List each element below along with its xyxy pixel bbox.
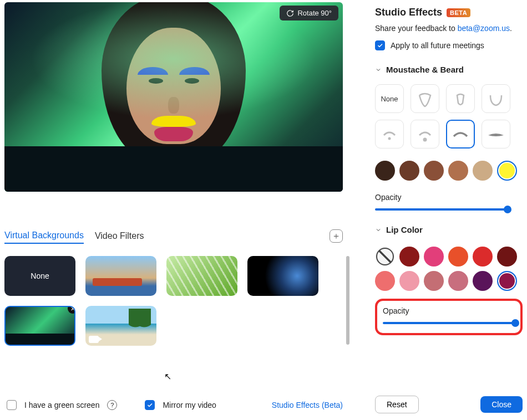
- lip-color-swatch[interactable]: [399, 271, 419, 291]
- lip-color-swatch[interactable]: [497, 271, 517, 291]
- slider-thumb[interactable]: [511, 319, 519, 327]
- lip-color-swatch[interactable]: [424, 247, 444, 267]
- beard-color-swatch[interactable]: [448, 161, 468, 181]
- beard-shape-option-3[interactable]: [482, 84, 510, 113]
- beard-color-row: [375, 161, 523, 181]
- opacity-slider-lip[interactable]: [383, 322, 516, 324]
- video-bg-icon: [89, 336, 99, 343]
- beard-color-swatch[interactable]: [399, 161, 419, 181]
- beta-badge: BETA: [447, 8, 470, 17]
- bg-option-none[interactable]: None: [4, 256, 75, 296]
- lip-color-effect: [154, 127, 193, 141]
- opacity-slider-moustache[interactable]: [375, 208, 508, 211]
- beard-shape-option-2[interactable]: [446, 84, 475, 113]
- beard-shape-option-1[interactable]: [411, 84, 439, 113]
- apply-future-label: Apply to all future meetings: [391, 41, 484, 50]
- beard-color-swatch[interactable]: [497, 161, 517, 181]
- beard-color-swatch[interactable]: [375, 161, 395, 181]
- beard-shape-option-6[interactable]: [446, 120, 475, 148]
- lip-color-swatch[interactable]: [497, 247, 517, 267]
- studio-effects-title: Studio Effects: [375, 7, 442, 18]
- rotate-button[interactable]: Rotate 90°: [280, 6, 338, 21]
- beard-color-swatch[interactable]: [473, 161, 493, 181]
- tab-virtual-backgrounds[interactable]: Virtual Backgrounds: [4, 228, 84, 244]
- beard-color-swatch[interactable]: [424, 161, 444, 181]
- reset-button[interactable]: Reset: [375, 396, 419, 413]
- eyebrow-effect: [138, 67, 168, 75]
- beard-shape-option-7[interactable]: [482, 120, 510, 148]
- chevron-down-icon: [375, 66, 382, 73]
- beard-shape-option-5[interactable]: [411, 120, 439, 148]
- tab-video-filters[interactable]: Video Filters: [95, 229, 144, 243]
- video-preview: Rotate 90°: [4, 2, 343, 192]
- lip-opacity-highlight: Opacity: [375, 299, 523, 335]
- slider-thumb[interactable]: [504, 206, 511, 213]
- bg-option-bridge[interactable]: [85, 256, 156, 296]
- bg-option-aurora[interactable]: ✕: [4, 306, 75, 346]
- svg-point-0: [388, 137, 391, 140]
- beard-shape-grid: None: [375, 84, 523, 148]
- beard-shape-option-4[interactable]: [375, 120, 404, 148]
- mirror-video-label: Mirror my video: [163, 401, 216, 409]
- add-background-button[interactable]: ＋: [330, 229, 343, 243]
- studio-effects-link[interactable]: Studio Effects (Beta): [272, 401, 343, 409]
- lip-color-swatch[interactable]: [473, 247, 493, 267]
- apply-future-checkbox[interactable]: [375, 40, 385, 50]
- opacity-label-lip: Opacity: [383, 306, 514, 315]
- opacity-label-moustache: Opacity: [375, 193, 523, 202]
- lip-color-swatch[interactable]: [399, 247, 419, 267]
- scrollbar[interactable]: [346, 256, 349, 345]
- rotate-label: Rotate 90°: [297, 9, 332, 17]
- svg-point-1: [423, 138, 427, 142]
- lip-section-toggle[interactable]: Lip Color: [375, 225, 523, 234]
- bg-option-grass[interactable]: [166, 256, 237, 296]
- green-screen-label: I have a green screen: [24, 401, 99, 409]
- close-button[interactable]: Close: [480, 396, 523, 413]
- rotate-icon: [286, 9, 294, 17]
- beard-shape-option-0[interactable]: None: [375, 84, 404, 113]
- lip-color-swatch[interactable]: [424, 271, 444, 291]
- lip-color-swatch[interactable]: [375, 271, 395, 291]
- lip-color-swatch[interactable]: [473, 271, 493, 291]
- feedback-text: Share your feedback to: [375, 24, 458, 33]
- lip-color-swatch[interactable]: [448, 247, 468, 267]
- moustache-effect: [151, 116, 196, 127]
- chevron-down-icon: [375, 227, 382, 233]
- video-bg-icon: [9, 335, 19, 342]
- lip-color-row: [375, 247, 523, 291]
- bg-option-beach[interactable]: [85, 306, 156, 346]
- mirror-video-checkbox[interactable]: [145, 400, 155, 410]
- help-icon[interactable]: ?: [107, 400, 117, 410]
- feedback-email-link[interactable]: beta@zoom.us: [458, 24, 510, 33]
- lip-color-none[interactable]: [375, 247, 395, 267]
- bg-option-earth[interactable]: [247, 256, 318, 296]
- remove-bg-button[interactable]: ✕: [68, 306, 75, 314]
- moustache-section-toggle[interactable]: Moustache & Beard: [375, 65, 523, 74]
- background-grid: None ✕: [4, 256, 337, 346]
- green-screen-checkbox[interactable]: [7, 400, 17, 410]
- lip-color-swatch[interactable]: [448, 271, 468, 291]
